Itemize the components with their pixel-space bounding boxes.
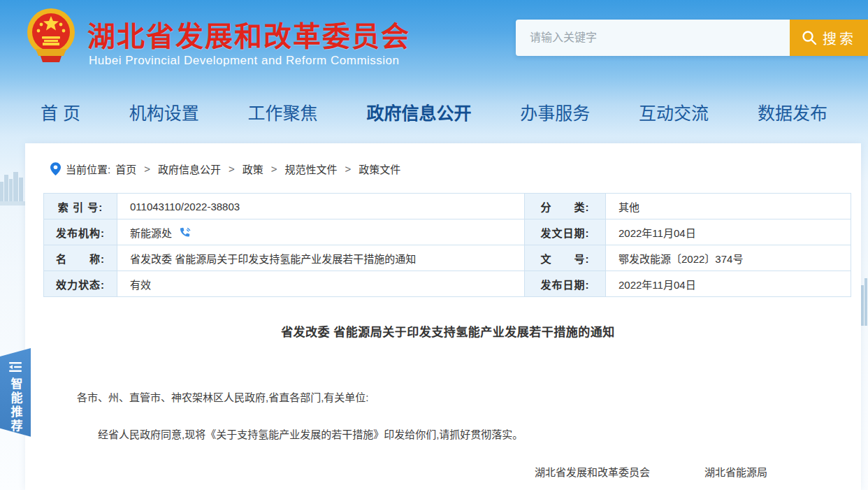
table-row: 名 称: 省发改委 省能源局关于印发支持氢能产业发展若干措施的通知 文 号: 鄂… xyxy=(44,245,851,271)
content-card: 当前位置: 首页 > 政府信息公开 > 政策 > 规范性文件 > 政策文件 索 … xyxy=(25,143,861,490)
page: 湖北省发展和改革委员会 Hubei Provincial Development… xyxy=(0,0,868,490)
table-row: 效力状态: 有效 发布日期: 2022年11月04日 xyxy=(44,271,851,297)
meta-label-category: 分 类: xyxy=(525,194,606,219)
meta-value-index-no: 011043110/2022-38803 xyxy=(117,194,525,219)
breadcrumb-normative-docs[interactable]: 规范性文件 xyxy=(285,161,338,176)
nav-item-work-focus[interactable]: 工作聚焦 xyxy=(248,99,318,124)
meta-value-issue-date: 2022年11月04日 xyxy=(606,219,851,245)
skyline-decoration-right xyxy=(861,278,868,327)
table-row: 索 引 号: 011043110/2022-38803 分 类: 其他 xyxy=(44,194,851,219)
search-button-label: 搜索 xyxy=(823,28,856,48)
breadcrumb-policy[interactable]: 政策 xyxy=(243,161,263,176)
breadcrumb: 当前位置: 首页 > 政府信息公开 > 政策 > 规范性文件 > 政策文件 xyxy=(25,143,861,176)
signature-ndrc: 湖北省发展和改革委员会 xyxy=(535,464,650,479)
nav-item-services[interactable]: 办事服务 xyxy=(520,99,590,124)
site-subtitle: Hubei Provincial Development and Reform … xyxy=(89,54,400,68)
table-row: 发布机构: 新能源处 发文日期: 2022年11月04日 xyxy=(44,219,851,245)
search-input[interactable] xyxy=(516,20,790,56)
issuing-org-text: 新能源处 xyxy=(130,227,172,239)
meta-label-validity: 效力状态: xyxy=(44,271,117,297)
signature-energy-bureau: 湖北省能源局 xyxy=(704,464,767,479)
signature-block: 湖北省发展和改革委员会 湖北省能源局 xyxy=(77,464,819,479)
national-emblem-logo xyxy=(27,6,75,70)
meta-value-title: 省发改委 省能源局关于印发支持氢能产业发展若干措施的通知 xyxy=(117,245,525,271)
meta-label-issue-date: 发文日期: xyxy=(525,219,606,245)
body-paragraph: 经省人民政府同意,现将《关于支持氢能产业发展的若干措施》印发给你们,请抓好贯彻落… xyxy=(77,427,819,443)
meta-value-category: 其他 xyxy=(606,194,851,219)
meta-label-issuing-org: 发布机构: xyxy=(44,219,117,245)
site-title: 湖北省发展和改革委员会 xyxy=(87,14,410,55)
breadcrumb-prefix: 当前位置: xyxy=(66,161,110,176)
nav-item-interaction[interactable]: 互动交流 xyxy=(639,99,709,124)
meta-value-publish-date: 2022年11月04日 xyxy=(606,271,851,297)
nav-item-organization[interactable]: 机构设置 xyxy=(129,99,199,124)
meta-value-issuing-org: 新能源处 xyxy=(117,219,525,245)
breadcrumb-policy-docs[interactable]: 政策文件 xyxy=(359,161,400,176)
breadcrumb-gov-info[interactable]: 政府信息公开 xyxy=(158,161,221,176)
search-icon xyxy=(802,30,817,45)
skyline-decoration-left xyxy=(0,169,25,206)
meta-label-title: 名 称: xyxy=(44,245,117,271)
meta-value-validity: 有效 xyxy=(117,271,525,297)
breadcrumb-separator: > xyxy=(229,163,235,175)
search-button[interactable]: 搜索 xyxy=(790,20,868,56)
document-meta-table: 索 引 号: 011043110/2022-38803 分 类: 其他 发布机构… xyxy=(43,193,851,297)
meta-label-publish-date: 发布日期: xyxy=(525,271,606,297)
smart-recommend-ribbon[interactable]: 智能推荐 xyxy=(0,348,31,440)
meta-label-doc-number: 文 号: xyxy=(525,245,606,271)
nav-item-gov-info-disclosure[interactable]: 政府信息公开 xyxy=(366,99,471,124)
phone-contact-icon[interactable] xyxy=(179,227,191,239)
search-bar: 搜索 xyxy=(516,20,868,56)
salutation-paragraph: 各市、州、直管市、神农架林区人民政府,省直各部门,有关单位: xyxy=(77,390,819,406)
document-title: 省发改委 省能源局关于印发支持氢能产业发展若干措施的通知 xyxy=(77,322,819,340)
breadcrumb-separator: > xyxy=(345,163,352,175)
breadcrumb-separator: > xyxy=(144,163,150,175)
article: 省发改委 省能源局关于印发支持氢能产业发展若干措施的通知 各市、州、直管市、神农… xyxy=(25,322,861,490)
location-pin-icon xyxy=(50,162,61,175)
nav-item-home[interactable]: 首 页 xyxy=(41,99,80,124)
breadcrumb-home[interactable]: 首页 xyxy=(115,161,136,176)
list-icon xyxy=(9,362,22,372)
breadcrumb-separator: > xyxy=(271,163,277,175)
meta-value-doc-number: 鄂发改能源〔2022〕374号 xyxy=(606,245,851,271)
meta-label-index-no: 索 引 号: xyxy=(44,194,117,219)
main-nav: 首 页 机构设置 工作聚焦 政府信息公开 办事服务 互动交流 数据发布 xyxy=(0,99,868,124)
ribbon-label: 智能推荐 xyxy=(7,377,24,433)
nav-item-data-release[interactable]: 数据发布 xyxy=(758,99,827,124)
